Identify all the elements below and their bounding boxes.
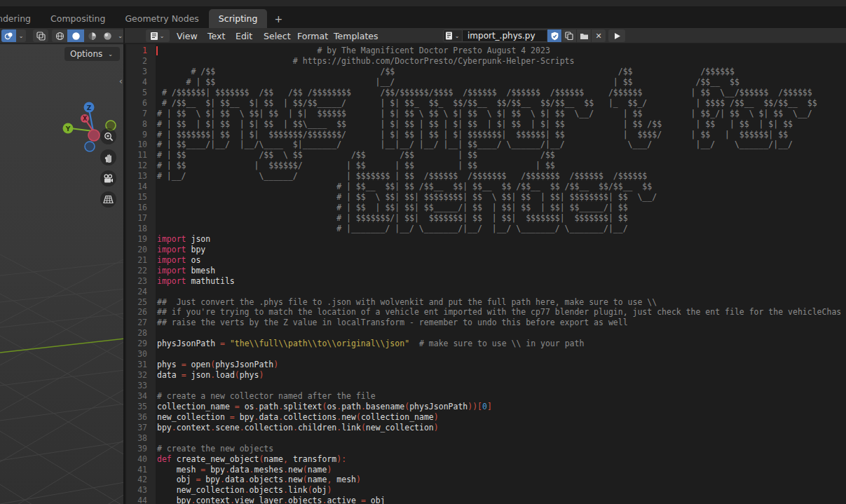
code-line: ## Just convert the .phys file to .json … [157, 297, 841, 308]
text-editor-header: ⌄ View Text Edit Select Format Templates… [126, 28, 846, 43]
shading-wireframe-button[interactable] [52, 29, 67, 42]
code-line: import json [157, 234, 841, 245]
code-line: # | $$ \ $| $$ \ $$| $$ | $| $$$$$$ | $|… [157, 109, 841, 119]
pan-button[interactable] [100, 149, 116, 165]
tab-geometry-nodes[interactable]: Geometry Nodes [115, 9, 208, 28]
fake-user-shield-button[interactable] [547, 29, 561, 42]
editor-type-button[interactable]: ⌄ [146, 29, 170, 42]
code-line: physJsonPath = "the\\full\\path\\to\\ori… [157, 339, 841, 349]
code-line: # | $$ |__/ | $$ /$$__ $$ [157, 77, 841, 88]
chevron-down-icon: ⌄ [158, 33, 166, 39]
code-line: new_collection.objects.link(obj) [157, 485, 841, 496]
code-line: # https://github.com/DoctorPresto/Cyberp… [157, 56, 841, 67]
code-line: # |__/ \______/ | $$$$$$$ | $$ /$$$$$$ /… [157, 171, 841, 182]
shield-check-icon [550, 32, 559, 41]
grid-toggle-button[interactable] [100, 191, 116, 207]
shading-material-button[interactable] [84, 29, 100, 42]
xray-icon [36, 32, 46, 41]
code-line: # | $$ | $| $$ | $| $$ | $$\____ $$ | $|… [157, 119, 841, 130]
code-line: mesh = bpy.data.meshes.new(name) [157, 465, 841, 475]
code-line: # | $$ /$$ \ $$ /$$ /$$ | $$ /$$ [157, 150, 841, 161]
shading-rendered-button[interactable] [100, 29, 115, 42]
text-datablock-widget: ⌄ import_.phys.py [443, 29, 606, 42]
code-line: # create a new collector named after the… [157, 391, 841, 402]
browse-text-button[interactable]: ⌄ [443, 29, 463, 42]
shading-dropdown[interactable]: ⌄ [115, 29, 125, 42]
blender-window: ndering Compositing Geometry Nodes Scrip… [0, 0, 846, 504]
topbar-remnant [0, 0, 846, 6]
add-workspace-button[interactable]: + [267, 9, 289, 28]
menu-edit[interactable]: Edit [236, 28, 252, 43]
tab-scripting[interactable]: Scripting [209, 9, 268, 28]
xray-toggle-button[interactable] [33, 29, 48, 42]
options-dropdown[interactable]: Options ⌄ [64, 47, 120, 61]
solid-sphere-icon [71, 32, 81, 41]
viewport-nav-buttons [100, 128, 116, 207]
menu-format[interactable]: Format [297, 28, 328, 43]
material-sphere-icon [88, 32, 97, 41]
code-line [157, 381, 841, 391]
menu-view[interactable]: View [177, 28, 198, 43]
gizmo-neg-x-axis[interactable] [88, 130, 100, 141]
run-script-button[interactable] [608, 29, 625, 42]
code-line [157, 328, 841, 339]
code-line: import mathutils [157, 276, 841, 287]
open-text-button[interactable] [576, 29, 591, 42]
grid-icon [103, 195, 114, 204]
code-line: collection_name = os.path.splitext(os.pa… [157, 402, 841, 412]
text-editor-area[interactable]: 1234567891011121314151617181920212223242… [126, 44, 846, 504]
wireframe-sphere-icon [55, 32, 64, 41]
code-line: ## if you're trying to match the locatio… [157, 307, 841, 318]
magnifier-plus-icon [104, 132, 114, 142]
menu-templates[interactable]: Templates [334, 28, 378, 43]
new-text-button[interactable] [561, 29, 576, 42]
svg-text:Y: Y [65, 125, 71, 132]
editor-headers-row: ⌄ [0, 28, 846, 43]
camera-view-button[interactable] [100, 170, 116, 186]
code-line [157, 287, 841, 297]
chevron-down-icon: ⌄ [453, 33, 461, 39]
code-line: bpy.context.view_layer.objects.active = … [157, 496, 841, 504]
show-overlays-toggle[interactable] [1, 29, 16, 42]
overlays-icon [4, 32, 13, 41]
code-line: # /$$ /$$ /$$ /$$$$$$ [157, 67, 841, 77]
code-line: # |_______/ |__/ \_______/|__/ |__/ \___… [157, 224, 841, 234]
text-cursor [156, 46, 158, 55]
code-line: # /$$__ $| $$__ $| $$ | $$/$$_____/ | $|… [157, 98, 841, 109]
svg-text:X: X [83, 116, 88, 122]
workspace-tabbar: ndering Compositing Geometry Nodes Scrip… [0, 6, 846, 28]
code-line: # | $$____/|__/ |__/\____ $|_______/ |__… [157, 139, 841, 150]
code-line: new_collection = bpy.data.collections.ne… [157, 412, 841, 423]
code-line: import bmesh [157, 266, 841, 276]
code-line: # | $$$$$$$/| $$| $$$$$$$| $$ | $$| $$$$… [157, 213, 841, 224]
code-line: # | $$ | $$$$$$/ | $$ | $$ | $$ | $$ [157, 161, 841, 171]
code-line: import os [157, 255, 841, 266]
rendered-sphere-icon [103, 32, 112, 41]
zoom-button[interactable] [100, 128, 116, 144]
viewport-3d[interactable]: Options ⌄ ‹ Z X Y [0, 44, 125, 504]
tab-rendering[interactable]: ndering [0, 9, 41, 28]
line-numbers: 1234567891011121314151617181920212223242… [126, 46, 151, 504]
text-name-field[interactable]: import_.phys.py [463, 29, 547, 42]
tab-compositing[interactable]: Compositing [41, 9, 115, 28]
code-line: data = json.load(phys) [157, 370, 841, 381]
text-editor-icon [150, 32, 158, 41]
overlays-dropdown[interactable]: ⌄ [16, 29, 26, 42]
hand-icon [104, 153, 114, 163]
shading-solid-button[interactable] [67, 29, 84, 42]
gizmo-neg-z-axis[interactable] [85, 142, 95, 151]
code-line: # create the new objects [157, 444, 841, 454]
chevron-down-icon: ⌄ [18, 33, 25, 39]
code-line: # /$$$$$$| $$$$$$$ /$$ /$$ /$$$$$$$$ /$$… [157, 88, 841, 98]
code-content[interactable]: # by The Magnificent Doctor Presto Augus… [157, 46, 841, 504]
chevron-down-icon: ⌄ [116, 33, 124, 39]
code-line: def create_new_object(name, transform): [157, 454, 841, 465]
folder-icon [580, 32, 589, 40]
chevron-down-icon: ⌄ [107, 51, 114, 57]
code-line [157, 349, 841, 360]
menu-select[interactable]: Select [264, 28, 291, 43]
menu-text[interactable]: Text [207, 28, 225, 43]
unlink-text-button[interactable]: ✕ [591, 29, 606, 42]
y-axis-line [0, 339, 125, 353]
camera-icon [103, 174, 114, 184]
